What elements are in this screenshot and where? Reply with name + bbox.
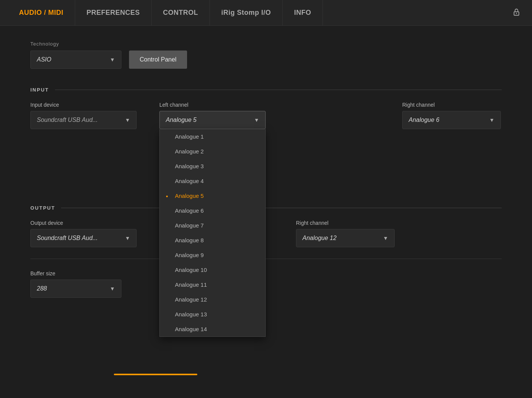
input-device-select[interactable]: Soundcraft USB Aud... ▼ <box>30 111 137 129</box>
lock-icon <box>512 8 521 18</box>
input-section: INPUT Input device Soundcraft USB Aud...… <box>30 87 502 129</box>
app-container: AUDIO / MIDI PREFERENCES CONTROL iRig St… <box>0 0 532 398</box>
dropdown-item-analogue14[interactable]: Analogue 14 <box>160 322 265 336</box>
tab-control[interactable]: CONTROL <box>152 0 210 25</box>
dropdown-item-analogue2[interactable]: Analogue 2 <box>160 144 265 159</box>
tab-audio-midi[interactable]: AUDIO / MIDI <box>8 0 75 25</box>
tab-preferences[interactable]: PREFERENCES <box>75 0 152 25</box>
control-panel-button[interactable]: Control Panel <box>129 51 187 69</box>
tab-info-label: INFO <box>294 9 311 17</box>
output-section-line <box>61 208 502 208</box>
tab-info[interactable]: INFO <box>283 0 323 25</box>
left-channel-select[interactable]: Analogue 5 ▼ <box>159 111 266 129</box>
bottom-orange-indicator <box>114 374 197 375</box>
input-devices-row: Input device Soundcraft USB Aud... ▼ Lef… <box>30 102 502 129</box>
dropdown-item-analogue4[interactable]: Analogue 4 <box>160 174 265 188</box>
right-channel-value: Analogue 6 <box>409 117 439 123</box>
dropdown-item-analogue12[interactable]: Analogue 12 <box>160 292 265 307</box>
output-device-select[interactable]: Soundcraft USB Aud... ▼ <box>30 229 137 247</box>
dropdown-item-analogue10[interactable]: Analogue 10 <box>160 262 265 277</box>
output-device-group: Output device Soundcraft USB Aud... ▼ <box>30 220 137 247</box>
input-device-label: Input device <box>30 102 137 108</box>
technology-value: ASIO <box>37 56 51 63</box>
output-right-channel-select[interactable]: Analogue 12 ▼ <box>296 229 395 247</box>
tab-irig-stomp-label: iRig Stomp I/O <box>221 9 271 17</box>
tab-control-label: CONTROL <box>163 9 198 17</box>
dropdown-item-analogue11[interactable]: Analogue 11 <box>160 277 265 292</box>
output-device-value: Soundcraft USB Aud... <box>37 235 98 242</box>
left-channel-group: Left channel Analogue 5 ▼ Analogue 1 Ana… <box>159 102 266 129</box>
dropdown-item-analogue9[interactable]: Analogue 9 <box>160 248 265 262</box>
right-channel-chevron-icon: ▼ <box>489 117 494 123</box>
buffer-section: Buffer size 288 ▼ <box>30 270 502 298</box>
right-channel-group: Right channel Analogue 6 ▼ <box>402 102 501 129</box>
output-section-title: OUTPUT <box>30 205 55 211</box>
tab-audio-midi-label: AUDIO / MIDI <box>19 9 63 17</box>
lock-button[interactable] <box>501 0 532 25</box>
dropdown-item-analogue13[interactable]: Analogue 13 <box>160 307 265 322</box>
dropdown-item-analogue8[interactable]: Analogue 8 <box>160 233 265 248</box>
output-right-channel-group: Right channel Analogue 12 ▼ <box>296 220 395 247</box>
dropdown-item-analogue6[interactable]: Analogue 6 <box>160 203 265 218</box>
buffer-size-chevron-icon: ▼ <box>110 286 115 292</box>
tab-preferences-label: PREFERENCES <box>87 9 140 17</box>
left-channel-chevron-icon: ▼ <box>254 117 259 123</box>
header-tab-bar: AUDIO / MIDI PREFERENCES CONTROL iRig St… <box>0 0 532 26</box>
input-device-group: Input device Soundcraft USB Aud... ▼ <box>30 102 137 129</box>
technology-select[interactable]: ASIO ▼ <box>30 51 121 69</box>
right-channel-select[interactable]: Analogue 6 ▼ <box>402 111 501 129</box>
section-divider <box>30 259 502 259</box>
technology-section: Technology ASIO ▼ Control Panel <box>30 41 502 69</box>
buffer-size-select[interactable]: 288 ▼ <box>30 280 121 298</box>
output-section: OUTPUT Output device Soundcraft USB Aud.… <box>30 205 502 298</box>
left-channel-dropdown: Analogue 1 Analogue 2 Analogue 3 Analogu… <box>159 129 266 337</box>
output-right-channel-label: Right channel <box>296 220 395 226</box>
input-section-title: INPUT <box>30 87 49 93</box>
right-channel-label: Right channel <box>402 102 501 108</box>
output-section-header: OUTPUT <box>30 205 502 211</box>
buffer-size-label: Buffer size <box>30 270 502 276</box>
buffer-size-value: 288 <box>37 285 47 292</box>
output-right-channel-chevron-icon: ▼ <box>383 235 388 241</box>
input-device-chevron-icon: ▼ <box>125 117 130 123</box>
dropdown-item-analogue7[interactable]: Analogue 7 <box>160 218 265 233</box>
input-device-value: Soundcraft USB Aud... <box>37 117 98 123</box>
input-section-header: INPUT <box>30 87 502 93</box>
dropdown-item-analogue5[interactable]: Analogue 5 <box>160 188 265 203</box>
dropdown-item-analogue1[interactable]: Analogue 1 <box>160 129 265 144</box>
output-devices-row: Output device Soundcraft USB Aud... ▼ Ri… <box>30 220 502 247</box>
input-section-line <box>55 90 502 90</box>
main-content: Technology ASIO ▼ Control Panel INPUT In… <box>0 26 532 398</box>
technology-row: ASIO ▼ Control Panel <box>30 51 502 69</box>
left-channel-value: Analogue 5 <box>166 117 197 123</box>
output-right-channel-value: Analogue 12 <box>302 235 337 242</box>
technology-chevron-icon: ▼ <box>110 57 115 63</box>
output-device-chevron-icon: ▼ <box>125 235 130 241</box>
left-channel-label: Left channel <box>159 102 266 108</box>
dropdown-item-analogue3[interactable]: Analogue 3 <box>160 159 265 174</box>
technology-label: Technology <box>30 41 502 47</box>
output-device-label: Output device <box>30 220 137 226</box>
tab-irig-stomp[interactable]: iRig Stomp I/O <box>210 0 283 25</box>
